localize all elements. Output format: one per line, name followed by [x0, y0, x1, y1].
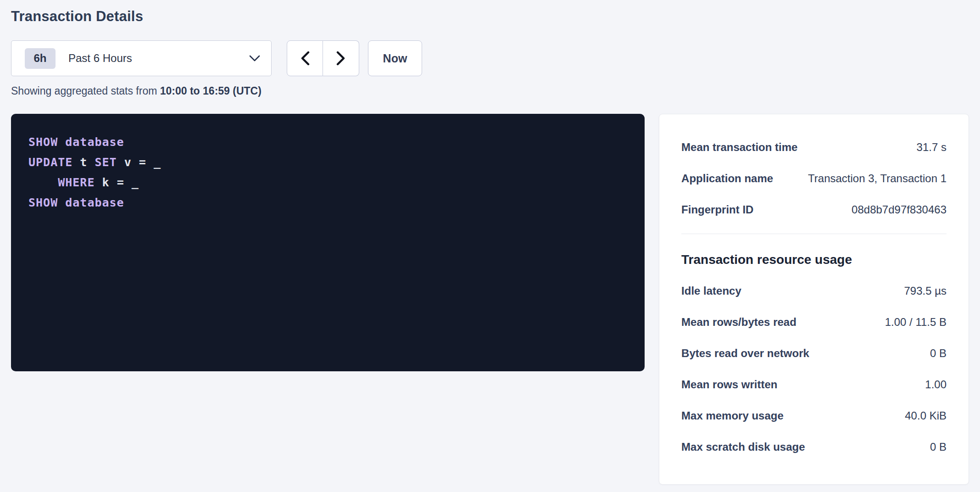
now-button[interactable]: Now [368, 40, 422, 76]
sql-line: WHERE k = _ [28, 173, 627, 193]
stat-value: 08d8b7d97f830463 [852, 203, 947, 216]
stat-row-mean-transaction-time: Mean transaction time 31.7 s [681, 132, 947, 163]
sql-token: SHOW database [28, 135, 124, 149]
sql-token: SET [95, 156, 117, 169]
transaction-details-page: Transaction Details 6h Past 6 Hours Now … [0, 0, 980, 485]
stat-label: Max scratch disk usage [681, 441, 805, 453]
sql-token: k = _ [95, 176, 139, 189]
stat-label: Mean transaction time [681, 141, 797, 154]
stat-row-mean-rows-written: Mean rows written 1.00 [681, 369, 947, 400]
stat-value: Transaction 3, Transaction 1 [808, 172, 947, 185]
chevron-down-icon [249, 55, 260, 62]
chevron-right-icon [336, 51, 346, 66]
sql-line: SHOW database [28, 193, 627, 213]
stat-row-fingerprint-id: Fingerprint ID 08d8b7d97f830463 [681, 194, 947, 225]
stat-label: Mean rows written [681, 378, 777, 391]
stat-label: Fingerprint ID [681, 203, 753, 216]
stat-label: Idle latency [681, 285, 741, 297]
stat-row-bytes-read-over-network: Bytes read over network 0 B [681, 338, 947, 369]
time-toolbar: 6h Past 6 Hours Now [11, 40, 969, 76]
aggregation-range-text: Showing aggregated stats from 10:00 to 1… [11, 84, 969, 98]
sql-line: SHOW database [28, 132, 627, 152]
stat-label: Bytes read over network [681, 347, 809, 360]
stat-value: 1.00 / 11.5 B [885, 316, 947, 329]
sql-token: WHERE [58, 176, 95, 189]
stat-label: Mean rows/bytes read [681, 316, 796, 329]
sql-token: t [72, 156, 95, 169]
aggregation-range-value: 10:00 to 16:59 (UTC) [160, 85, 262, 97]
transaction-stats-card: Mean transaction time 31.7 s Application… [659, 114, 969, 485]
stat-row-idle-latency: Idle latency 793.5 µs [681, 275, 947, 307]
chevron-left-icon [300, 51, 310, 66]
stat-value: 793.5 µs [904, 285, 947, 297]
sql-token: UPDATE [28, 156, 72, 169]
main-content: SHOW database UPDATE t SET v = _ WHERE k… [11, 114, 969, 485]
stat-value: 31.7 s [917, 141, 947, 154]
stat-value: 1.00 [925, 378, 947, 391]
stat-label: Max memory usage [681, 409, 784, 422]
sql-token: v = _ [117, 156, 161, 169]
sql-token: SHOW database [28, 196, 124, 209]
resource-usage-heading: Transaction resource usage [681, 251, 947, 269]
time-range-badge: 6h [25, 48, 56, 69]
stat-row-max-scratch-disk-usage: Max scratch disk usage 0 B [681, 431, 947, 463]
next-time-button[interactable] [323, 40, 359, 76]
time-range-dropdown[interactable]: 6h Past 6 Hours [11, 40, 272, 76]
sql-statement-box: SHOW database UPDATE t SET v = _ WHERE k… [11, 114, 645, 371]
sql-line: UPDATE t SET v = _ [28, 152, 627, 173]
card-divider [681, 234, 947, 234]
previous-time-button[interactable] [287, 40, 323, 76]
page-title: Transaction Details [11, 6, 969, 27]
stat-row-application-name: Application name Transaction 3, Transact… [681, 163, 947, 194]
sql-token [28, 176, 58, 189]
stat-value: 0 B [930, 347, 947, 360]
stat-row-max-memory-usage: Max memory usage 40.0 KiB [681, 400, 947, 431]
stat-value: 0 B [930, 441, 947, 453]
time-range-label: Past 6 Hours [68, 52, 249, 65]
aggregation-range-prefix: Showing aggregated stats from [11, 85, 160, 97]
stat-label: Application name [681, 172, 773, 185]
stat-row-mean-rows-bytes-read: Mean rows/bytes read 1.00 / 11.5 B [681, 307, 947, 338]
time-step-button-group [287, 40, 359, 76]
stat-value: 40.0 KiB [905, 409, 947, 422]
